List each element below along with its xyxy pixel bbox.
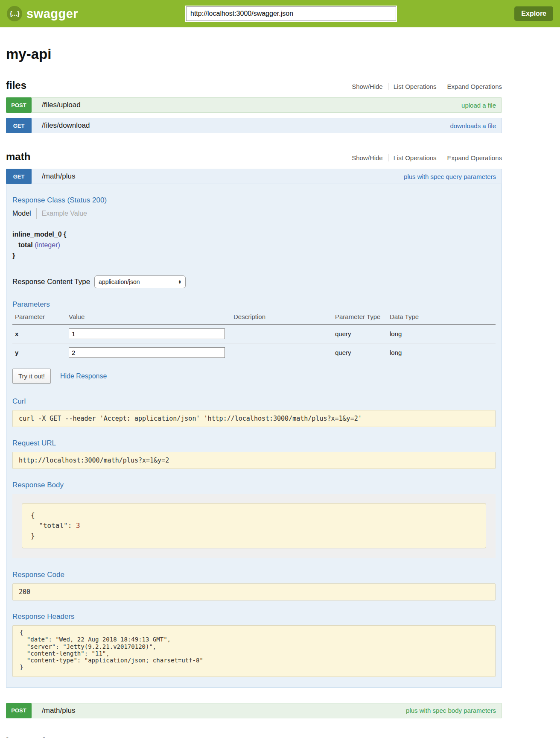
col-parameter: Parameter — [12, 310, 66, 324]
operation-path[interactable]: /math/plus — [42, 706, 75, 715]
expand-operations-link[interactable]: Expand Operations — [442, 83, 502, 90]
param-name: x — [12, 324, 66, 343]
section-controls: Show/Hide List Operations Expand Operati… — [347, 154, 502, 161]
hide-response-link[interactable]: Hide Response — [60, 372, 107, 380]
response-headers-block: { "date": "Wed, 22 Aug 2018 18:49:13 GMT… — [12, 625, 496, 677]
section-divider — [6, 142, 502, 142]
api-url-input[interactable] — [186, 6, 396, 21]
swagger-logo-icon: {…} — [7, 6, 22, 21]
base-url-footer: [ BASE URL: ] — [6, 735, 502, 738]
response-body-block: { "total": 3 } — [22, 503, 486, 548]
parameters-heading: Parameters — [12, 300, 496, 309]
model-open-brace: { — [62, 231, 67, 238]
http-method-badge: GET — [6, 169, 32, 184]
response-code-heading: Response Code — [12, 571, 496, 579]
http-method-badge: GET — [6, 118, 32, 133]
explore-button[interactable]: Explore — [514, 6, 553, 21]
operation-path[interactable]: /math/plus — [42, 172, 75, 181]
try-it-row: Try it out! Hide Response — [12, 369, 496, 384]
json-open-brace: { — [31, 511, 35, 519]
response-content-type-select[interactable]: application/json ▲▼ — [94, 275, 186, 288]
brand-title: swagger — [26, 7, 78, 21]
operation-row-post-math-plus[interactable]: POST /math/plus plus with spec body para… — [6, 703, 502, 718]
show-hide-link[interactable]: Show/Hide — [347, 83, 388, 90]
show-hide-link[interactable]: Show/Hide — [347, 154, 388, 161]
list-operations-link[interactable]: List Operations — [388, 154, 442, 161]
param-x-input[interactable] — [69, 328, 225, 339]
files-section-header: files Show/Hide List Operations Expand O… — [6, 79, 502, 91]
bracket-open: [ — [6, 735, 8, 738]
response-headers-heading: Response Headers — [12, 612, 496, 621]
param-description — [231, 343, 332, 362]
operation-detail-panel: Response Class (Status 200) Model Exampl… — [6, 184, 502, 688]
operation-summary-link[interactable]: plus with spec body parameters — [406, 707, 496, 714]
request-url-block: http://localhost:3000/math/plus?x=1&y=2 — [12, 452, 496, 469]
section-title-files: files — [6, 79, 26, 91]
try-it-out-button[interactable]: Try it out! — [12, 369, 51, 384]
operation-summary-link[interactable]: downloads a file — [450, 122, 496, 129]
math-section-header: math Show/Hide List Operations Expand Op… — [6, 151, 502, 163]
top-navbar: {…} swagger Explore — [0, 0, 560, 27]
col-value: Value — [66, 310, 231, 324]
parameters-table: Parameter Value Description Parameter Ty… — [12, 310, 496, 362]
model-property-name: total — [18, 241, 33, 249]
tab-example-value[interactable]: Example Value — [42, 210, 87, 217]
param-row-x: x query long — [12, 324, 496, 343]
operation-summary-link[interactable]: plus with spec query parameters — [404, 173, 496, 180]
operation-get-math-plus: GET /math/plus plus with spec query para… — [6, 169, 502, 688]
json-key: "total": — [31, 521, 76, 530]
tab-model[interactable]: Model — [12, 210, 31, 217]
curl-command-block: curl -X GET --header 'Accept: applicatio… — [12, 410, 496, 427]
request-url-heading: Request URL — [12, 439, 496, 448]
param-row-y: y query long — [12, 343, 496, 362]
param-data-type: long — [387, 324, 496, 343]
col-data-type: Data Type — [387, 310, 496, 324]
swagger-brand-link[interactable]: {…} swagger — [7, 6, 186, 21]
col-parameter-type: Parameter Type — [332, 310, 387, 324]
param-y-input[interactable] — [69, 347, 225, 358]
list-operations-link[interactable]: List Operations — [388, 83, 442, 90]
col-description: Description — [231, 310, 332, 324]
section-title-math: math — [6, 151, 30, 163]
response-content-type-label: Response Content Type — [12, 278, 90, 286]
param-parameter-type: query — [332, 324, 387, 343]
bracket-close: ] — [43, 735, 45, 738]
param-data-type: long — [387, 343, 496, 362]
model-tabs: Model Example Value — [12, 208, 496, 219]
tab-separator — [36, 208, 37, 219]
model-property-type: (integer) — [35, 241, 60, 249]
section-controls: Show/Hide List Operations Expand Operati… — [347, 83, 502, 90]
response-body-container: { "total": 3 } — [12, 494, 496, 558]
response-content-type-row: Response Content Type application/json ▲… — [12, 275, 496, 288]
model-close-brace: } — [12, 251, 496, 261]
json-close-brace: } — [31, 532, 35, 540]
http-method-badge: POST — [6, 703, 32, 718]
param-description — [231, 324, 332, 343]
param-name: y — [12, 343, 66, 362]
expand-operations-link[interactable]: Expand Operations — [442, 154, 502, 161]
operation-row-get-files-download[interactable]: GET /files/download downloads a file — [6, 118, 502, 133]
operation-summary-link[interactable]: upload a file — [461, 102, 496, 109]
response-body-heading: Response Body — [12, 481, 496, 489]
operation-path[interactable]: /files/upload — [42, 101, 81, 109]
http-method-badge: POST — [6, 97, 32, 113]
operation-path[interactable]: /files/download — [42, 121, 90, 130]
operation-row-get-math-plus[interactable]: GET /math/plus plus with spec query para… — [6, 169, 502, 184]
model-signature: inline_model_0 { total (integer) } — [12, 229, 496, 261]
param-parameter-type: query — [332, 343, 387, 362]
json-number-value: 3 — [76, 521, 80, 530]
page-title: my-api — [6, 46, 502, 62]
selected-content-type: application/json — [99, 278, 140, 285]
response-class-heading: Response Class (Status 200) — [12, 196, 496, 205]
model-name: inline_model_0 — [12, 231, 62, 238]
curl-heading: Curl — [12, 397, 496, 406]
operation-row-post-files-upload[interactable]: POST /files/upload upload a file — [6, 97, 502, 113]
select-arrows-icon: ▲▼ — [178, 280, 181, 284]
response-code-block: 200 — [12, 583, 496, 600]
